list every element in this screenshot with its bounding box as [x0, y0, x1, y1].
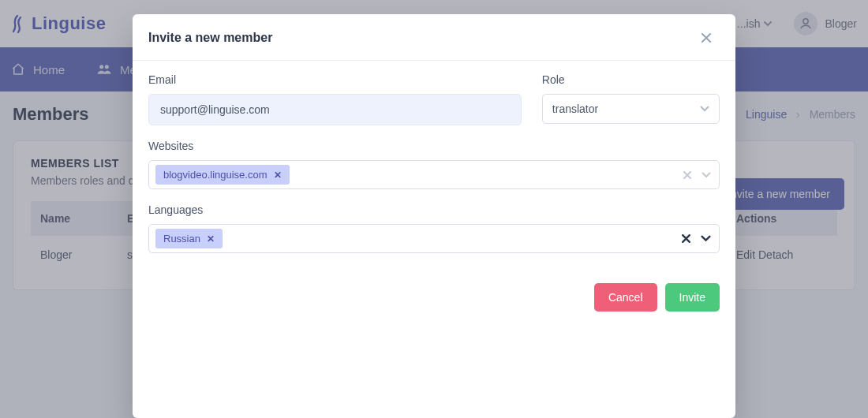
language-chip: Russian ✕ — [155, 229, 223, 248]
cancel-button[interactable]: Cancel — [594, 283, 657, 312]
modal-overlay[interactable]: Invite a new member Email Role translato… — [0, 0, 868, 418]
chip-label: Russian — [163, 233, 200, 244]
websites-multiselect[interactable]: blogvideo.linguise.com ✕ — [148, 160, 720, 189]
chip-remove-icon[interactable]: ✕ — [207, 233, 215, 244]
close-button[interactable] — [701, 28, 720, 47]
invite-modal: Invite a new member Email Role translato… — [133, 14, 735, 418]
role-select[interactable]: translator — [542, 94, 720, 124]
modal-footer: Cancel Invite — [133, 272, 735, 327]
modal-body: Email Role translator Websites — [133, 61, 735, 272]
chevron-down-icon — [700, 106, 709, 112]
website-chip: blogvideo.linguise.com ✕ — [155, 165, 290, 185]
modal-title: Invite a new member — [148, 31, 272, 45]
languages-label: Languages — [148, 203, 720, 216]
invite-button[interactable]: Invite — [665, 283, 720, 312]
chip-label: blogvideo.linguise.com — [163, 169, 268, 181]
chip-remove-icon[interactable]: ✕ — [274, 170, 282, 181]
websites-label: Websites — [148, 140, 720, 152]
clear-icon[interactable] — [681, 233, 691, 244]
clear-icon[interactable] — [683, 170, 692, 180]
languages-multiselect[interactable]: Russian ✕ — [148, 224, 720, 253]
modal-header: Invite a new member — [133, 14, 735, 61]
chevron-down-icon[interactable] — [702, 172, 711, 178]
role-value: translator — [552, 103, 598, 115]
role-label: Role — [542, 73, 720, 86]
close-icon — [701, 32, 720, 43]
chevron-down-icon[interactable] — [701, 235, 711, 242]
email-field[interactable] — [148, 94, 522, 125]
email-label: Email — [148, 73, 522, 86]
